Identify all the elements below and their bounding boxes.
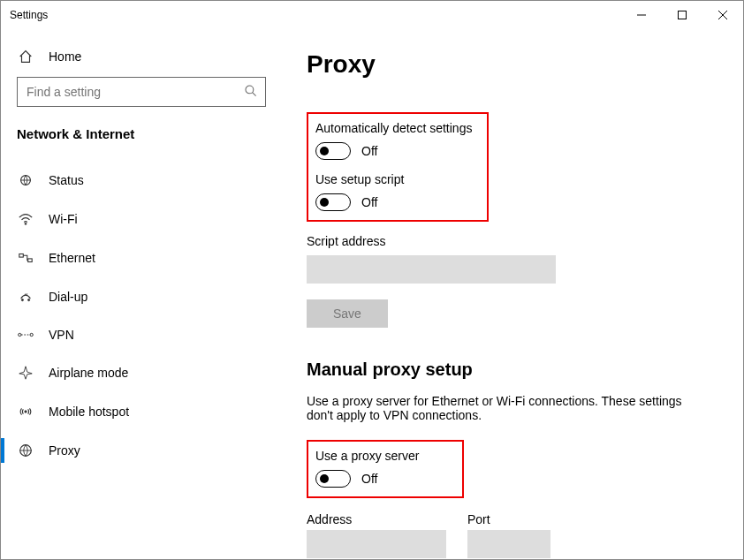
address-label: Address xyxy=(307,512,446,526)
svg-rect-4 xyxy=(19,254,24,258)
sidebar-item-label: Wi-Fi xyxy=(49,212,78,226)
content-pane: Proxy Automatically detect settings Off … xyxy=(282,29,743,559)
sidebar-item-label: Airplane mode xyxy=(49,366,128,380)
setup-script-state: Off xyxy=(361,195,377,209)
sidebar-item-label: Dial-up xyxy=(49,290,87,304)
sidebar-item-ethernet[interactable]: Ethernet xyxy=(1,238,282,277)
sidebar-item-label: Ethernet xyxy=(49,251,95,265)
dialup-icon xyxy=(17,289,34,305)
auto-detect-label: Automatically detect settings xyxy=(315,121,476,135)
svg-point-3 xyxy=(25,223,27,225)
auto-detect-state: Off xyxy=(361,144,377,158)
wifi-icon xyxy=(17,211,34,227)
window-controls xyxy=(621,1,743,29)
svg-point-9 xyxy=(30,333,33,336)
svg-rect-0 xyxy=(679,11,687,19)
sidebar: Home Network & Internet Status Wi-Fi xyxy=(1,29,282,559)
titlebar: Settings xyxy=(1,1,743,29)
auto-detect-toggle[interactable] xyxy=(315,142,351,160)
close-button[interactable] xyxy=(702,1,743,29)
port-input[interactable] xyxy=(467,530,550,558)
setup-script-label: Use setup script xyxy=(315,172,476,186)
use-proxy-state: Off xyxy=(361,472,377,486)
manual-proxy-heading: Manual proxy setup xyxy=(307,359,718,380)
search-box[interactable] xyxy=(17,77,266,107)
manual-proxy-description: Use a proxy server for Ethernet or Wi-Fi… xyxy=(307,394,704,422)
ethernet-icon xyxy=(17,250,34,266)
status-icon xyxy=(17,172,34,188)
home-icon xyxy=(17,49,34,64)
sidebar-item-vpn[interactable]: VPN xyxy=(1,316,282,353)
window-title: Settings xyxy=(10,9,48,21)
address-input[interactable] xyxy=(307,530,446,558)
home-nav[interactable]: Home xyxy=(1,42,282,77)
svg-point-10 xyxy=(25,411,27,412)
svg-point-8 xyxy=(19,333,21,336)
use-proxy-toggle[interactable] xyxy=(315,470,351,488)
vpn-icon xyxy=(17,328,34,342)
sidebar-item-dialup[interactable]: Dial-up xyxy=(1,277,282,316)
page-title: Proxy xyxy=(307,50,718,79)
hotspot-icon xyxy=(17,404,34,420)
sidebar-item-status[interactable]: Status xyxy=(1,161,282,200)
sidebar-item-hotspot[interactable]: Mobile hotspot xyxy=(1,392,282,431)
svg-point-6 xyxy=(21,299,23,301)
airplane-icon xyxy=(17,365,34,381)
use-proxy-label: Use a proxy server xyxy=(315,449,452,463)
minimize-button[interactable] xyxy=(621,1,662,29)
sidebar-item-airplane[interactable]: Airplane mode xyxy=(1,353,282,392)
sidebar-item-proxy[interactable]: Proxy xyxy=(1,431,282,470)
sidebar-item-label: VPN xyxy=(49,328,74,342)
script-address-input[interactable] xyxy=(307,255,556,284)
home-label: Home xyxy=(49,49,81,64)
category-heading: Network & Internet xyxy=(1,126,282,161)
script-address-label: Script address xyxy=(307,234,718,248)
proxy-icon xyxy=(17,443,34,458)
maximize-button[interactable] xyxy=(662,1,702,29)
sidebar-item-label: Proxy xyxy=(49,443,80,458)
svg-rect-5 xyxy=(28,259,33,262)
search-input[interactable] xyxy=(27,85,244,99)
sidebar-item-wifi[interactable]: Wi-Fi xyxy=(1,200,282,238)
search-icon xyxy=(244,84,258,101)
sidebar-item-label: Status xyxy=(49,173,84,187)
port-label: Port xyxy=(467,512,550,526)
save-button[interactable]: Save xyxy=(307,299,388,328)
auto-proxy-highlight: Automatically detect settings Off Use se… xyxy=(307,112,489,222)
setup-script-toggle[interactable] xyxy=(315,193,351,211)
use-proxy-highlight: Use a proxy server Off xyxy=(307,440,464,498)
sidebar-item-label: Mobile hotspot xyxy=(49,405,129,419)
svg-point-1 xyxy=(246,86,254,94)
svg-point-7 xyxy=(28,299,30,301)
